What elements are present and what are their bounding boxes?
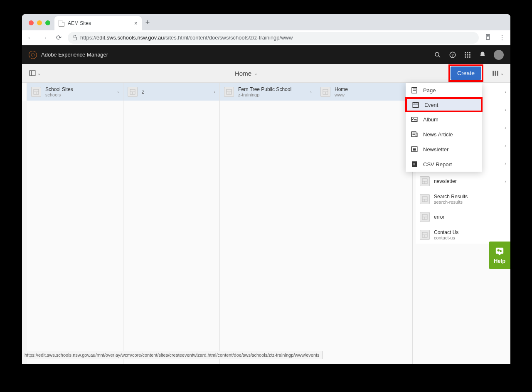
page-thumb-icon	[31, 87, 41, 97]
maximize-window-button[interactable]	[45, 20, 50, 25]
news-icon	[411, 131, 418, 138]
item-title: Contact Us	[434, 229, 506, 235]
aem-logo-icon[interactable]	[29, 51, 37, 59]
create-button-highlight: Create	[448, 64, 483, 82]
column-item[interactable]: Search Resultssearch-results	[416, 190, 510, 208]
page-thumb-icon	[420, 230, 430, 240]
create-menu-album[interactable]: Album	[406, 112, 482, 127]
svg-rect-51	[413, 103, 419, 108]
column-view: School Sitesschools›z›Fern Tree Public S…	[22, 83, 510, 364]
item-subtitle: z-trainingp	[238, 92, 306, 97]
image-icon	[411, 116, 418, 123]
list-icon	[411, 145, 418, 153]
browser-tab[interactable]: AEM Sites ×	[54, 16, 142, 30]
new-tab-button[interactable]: +	[142, 18, 153, 30]
svg-rect-68	[414, 165, 415, 165]
extension-icon[interactable]	[483, 34, 493, 42]
browser-tab-bar: AEM Sites × +	[22, 14, 510, 30]
create-menu-news-article[interactable]: News Article	[406, 127, 482, 142]
item-subtitle: search-results	[434, 200, 506, 205]
user-avatar[interactable]	[494, 50, 504, 60]
page-icon	[411, 86, 418, 94]
search-icon[interactable]	[434, 51, 441, 59]
help-icon[interactable]: ?	[449, 51, 456, 59]
breadcrumb-title[interactable]: Home⌄	[235, 70, 258, 77]
create-menu-event[interactable]: Event	[405, 97, 483, 112]
item-title: newsletter	[434, 178, 500, 184]
chevron-right-icon: ›	[505, 143, 506, 148]
svg-point-3	[435, 52, 439, 56]
chevron-right-icon: ›	[505, 89, 506, 94]
browser-menu-button[interactable]: ⋮	[497, 34, 507, 42]
svg-rect-7	[465, 52, 466, 53]
forward-button[interactable]: →	[39, 34, 49, 42]
column-item[interactable]: Homewww›	[316, 83, 412, 101]
svg-point-2	[31, 53, 34, 57]
column-item[interactable]: newsletter›	[416, 172, 510, 190]
action-bar: ⌄ Home⌄ Create ⌄	[22, 64, 510, 83]
column-item[interactable]: School Sitesschools›	[27, 83, 123, 101]
minimize-window-button[interactable]	[37, 20, 42, 25]
url-input[interactable]: https://edit.sws.schools.nsw.gov.au/site…	[68, 32, 479, 44]
item-subtitle: schools	[45, 92, 113, 97]
column-item[interactable]: Fern Tree Public Schoolz-trainingp›	[220, 83, 316, 101]
svg-rect-19	[495, 71, 496, 76]
svg-rect-12	[469, 54, 470, 55]
svg-rect-57	[416, 133, 417, 137]
chevron-right-icon: ›	[505, 107, 506, 112]
menu-item-label: Page	[423, 87, 436, 94]
product-name: Adobe Experience Manager	[41, 52, 108, 58]
svg-rect-13	[465, 56, 466, 57]
column-item[interactable]: error	[416, 208, 510, 226]
aem-global-header: Adobe Experience Manager ?	[22, 45, 510, 64]
column-item[interactable]: Contact Uscontact-us	[416, 226, 510, 244]
item-title: Home	[335, 86, 402, 92]
svg-rect-67	[413, 165, 414, 165]
help-widget-button[interactable]: Help	[489, 242, 510, 269]
svg-rect-20	[497, 71, 498, 76]
notifications-icon[interactable]	[479, 51, 486, 59]
chevron-right-icon: ›	[505, 125, 506, 130]
svg-point-69	[498, 249, 500, 251]
page-thumb-icon	[420, 194, 430, 204]
create-menu-csv-report[interactable]: CSV Report	[406, 157, 482, 172]
solutions-icon[interactable]	[464, 51, 471, 59]
window-controls	[26, 20, 54, 30]
svg-text:?: ?	[451, 52, 454, 57]
svg-rect-16	[30, 71, 35, 76]
menu-item-label: Album	[423, 116, 438, 123]
csv-icon	[411, 160, 418, 168]
menu-item-label: CSV Report	[423, 161, 452, 168]
column-item[interactable]: z›	[123, 83, 219, 101]
svg-rect-66	[414, 164, 415, 165]
tab-title: AEM Sites	[68, 20, 91, 26]
svg-rect-18	[493, 71, 494, 76]
svg-line-4	[438, 56, 440, 57]
item-subtitle: www	[335, 92, 402, 97]
page-thumb-icon	[420, 176, 430, 186]
create-menu-newsletter[interactable]: Newsletter	[406, 142, 482, 157]
item-title: z	[142, 89, 209, 95]
menu-item-label: Event	[424, 102, 438, 108]
close-window-button[interactable]	[29, 20, 34, 25]
chevron-right-icon: ›	[505, 161, 506, 166]
rail-toggle-button[interactable]: ⌄	[25, 68, 44, 79]
svg-rect-15	[469, 56, 470, 57]
svg-rect-14	[467, 56, 468, 57]
item-subtitle: contact-us	[434, 235, 506, 240]
svg-point-1	[488, 35, 489, 37]
reload-button[interactable]: ⟳	[54, 34, 64, 42]
view-switcher-button[interactable]: ⌄	[488, 68, 507, 79]
item-title: Fern Tree Public School	[238, 86, 306, 92]
create-menu-page[interactable]: Page	[406, 83, 482, 98]
close-tab-button[interactable]: ×	[134, 20, 138, 27]
create-button[interactable]: Create	[451, 67, 481, 80]
menu-item-label: News Article	[423, 131, 453, 138]
chevron-right-icon: ›	[214, 89, 215, 94]
page-thumb-icon	[320, 87, 330, 97]
url-text: https://edit.sws.schools.nsw.gov.au/site…	[80, 35, 293, 41]
svg-rect-65	[413, 164, 414, 165]
svg-rect-8	[467, 52, 468, 53]
back-button[interactable]: ←	[25, 34, 35, 42]
svg-rect-11	[467, 54, 468, 55]
